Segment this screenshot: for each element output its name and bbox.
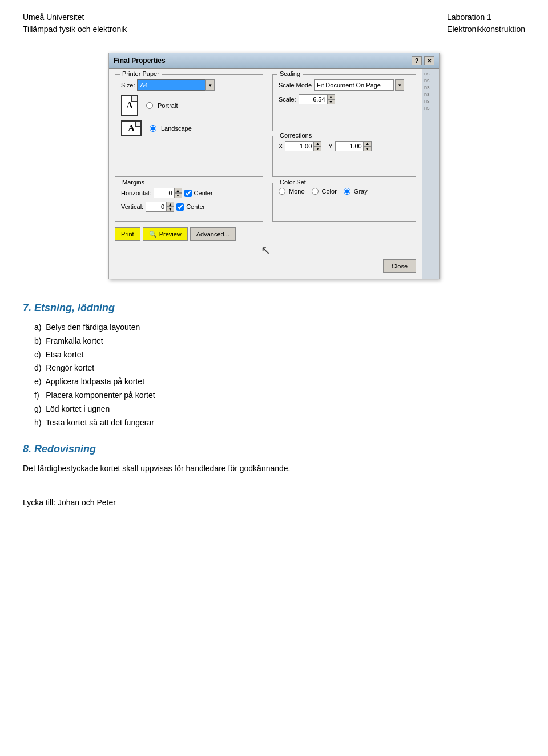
preview-icon: 🔍 bbox=[149, 231, 157, 238]
scale-mode-value[interactable]: Fit Document On Page bbox=[314, 79, 394, 91]
dialog-titlebar: Final Properties ? ✕ bbox=[109, 53, 439, 69]
list-item-e: e) Applicera lödpasta på kortet bbox=[34, 375, 525, 389]
horizontal-label: Horizontal: bbox=[121, 190, 151, 196]
university-name: Umeå Universitet bbox=[23, 11, 127, 23]
scale-up-button[interactable]: ▲ bbox=[327, 94, 335, 99]
preview-button[interactable]: 🔍 Preview bbox=[143, 227, 188, 241]
y-down-button[interactable]: ▼ bbox=[364, 146, 372, 151]
section-8-heading: 8. Redovisning bbox=[23, 443, 525, 455]
advanced-button[interactable]: Advanced... bbox=[190, 227, 236, 241]
dialog-title: Final Properties bbox=[114, 57, 166, 65]
colorset-legend: Color Set bbox=[277, 179, 308, 186]
x-input[interactable]: 1.00 bbox=[285, 141, 313, 151]
item-f-text: Placera komponenter på kortet bbox=[46, 391, 155, 400]
landscape-label: Landscape bbox=[161, 125, 192, 132]
item-a-letter: a) bbox=[34, 323, 46, 332]
vertical-down-button[interactable]: ▼ bbox=[166, 207, 174, 212]
dialog-main-content: Printer Paper Size: A4 ▾ A bbox=[109, 69, 422, 279]
vertical-label: Vertical: bbox=[121, 203, 143, 210]
color-radio-item: Color bbox=[312, 188, 337, 195]
item-c-text: Etsa kortet bbox=[45, 350, 83, 359]
item-d-text: Rengör kortet bbox=[46, 363, 94, 372]
landscape-radio[interactable] bbox=[150, 125, 156, 132]
list-item-h: h) Testa kortet så att det fungerar bbox=[34, 416, 525, 430]
dialog-right-stripe: ns ns ns ns ns ns bbox=[422, 69, 439, 279]
margins-group: Margins Horizontal: 0 ▲ ▼ bbox=[115, 183, 263, 222]
item-c-letter: c) bbox=[34, 350, 45, 359]
course-name: Tillämpad fysik och elektronik bbox=[23, 23, 127, 35]
close-button[interactable]: Close bbox=[383, 259, 416, 273]
dialog-inner: Printer Paper Size: A4 ▾ A bbox=[109, 69, 439, 279]
help-button[interactable]: ? bbox=[412, 56, 422, 65]
vertical-input[interactable]: 0 bbox=[146, 202, 166, 212]
scale-mode-dropdown-arrow[interactable]: ▾ bbox=[395, 79, 404, 91]
horizontal-up-button[interactable]: ▲ bbox=[174, 188, 182, 193]
item-e-letter: e) bbox=[34, 377, 45, 386]
item-e-text: Applicera lödpasta på kortet bbox=[45, 377, 144, 386]
item-d-letter: d) bbox=[34, 363, 46, 372]
dialog-close-x-button[interactable]: ✕ bbox=[424, 56, 434, 65]
scale-row: Scale: 6.54 ▲ ▼ bbox=[279, 94, 410, 104]
horizontal-center-check[interactable] bbox=[184, 190, 192, 197]
vertical-spinbox-buttons: ▲ ▼ bbox=[166, 202, 174, 212]
section-7-list: a) Belys den färdiga layouten b) Framkal… bbox=[23, 321, 525, 429]
print-button[interactable]: Print bbox=[115, 227, 140, 241]
list-item-f: f) Placera komponenter på kortet bbox=[34, 389, 525, 403]
section-8: 8. Redovisning Det färdigbestyckade kort… bbox=[23, 443, 525, 474]
y-up-button[interactable]: ▲ bbox=[364, 141, 372, 146]
color-radio[interactable] bbox=[312, 188, 319, 195]
scale-input[interactable]: 6.54 bbox=[299, 94, 327, 104]
x-up-button[interactable]: ▲ bbox=[313, 141, 321, 146]
stripe-5: ns bbox=[424, 98, 437, 104]
colorset-row: Mono Color Gray bbox=[279, 188, 410, 195]
portrait-radio[interactable] bbox=[146, 102, 153, 109]
horizontal-down-button[interactable]: ▼ bbox=[174, 193, 182, 198]
list-item-b: b) Framkalla kortet bbox=[34, 335, 525, 348]
portrait-icon: A bbox=[121, 95, 138, 116]
header-right: Laboration 1 Elektronikkonstruktion bbox=[447, 11, 525, 35]
scaling-area: Scaling Scale Mode Fit Document On Page … bbox=[272, 74, 416, 177]
portrait-row: A Portrait bbox=[121, 95, 257, 116]
margins-legend: Margins bbox=[120, 179, 147, 186]
horizontal-center-label: Center bbox=[194, 190, 213, 196]
top-row: Printer Paper Size: A4 ▾ A bbox=[115, 74, 416, 177]
dialog-controls: ? ✕ bbox=[412, 56, 434, 65]
stripe-6: ns bbox=[424, 105, 437, 111]
stripe-2: ns bbox=[424, 78, 437, 83]
list-item-a: a) Belys den färdiga layouten bbox=[34, 321, 525, 335]
page-header: Umeå Universitet Tillämpad fysik och ele… bbox=[23, 11, 525, 35]
item-f-letter: f) bbox=[34, 391, 46, 400]
horizontal-spinbox-buttons: ▲ ▼ bbox=[174, 188, 182, 198]
x-down-button[interactable]: ▼ bbox=[313, 146, 321, 151]
printer-paper-legend: Printer Paper bbox=[120, 70, 162, 77]
close-row: Close bbox=[115, 259, 416, 273]
horizontal-row: Horizontal: 0 ▲ ▼ Center bbox=[121, 188, 257, 198]
mono-radio-item: Mono bbox=[279, 188, 305, 195]
portrait-label: Portrait bbox=[158, 102, 178, 109]
item-b-letter: b) bbox=[34, 336, 46, 345]
stripe-1: ns bbox=[424, 71, 437, 77]
item-g-text: Löd kortet i ugnen bbox=[46, 404, 110, 413]
vertical-center-check[interactable] bbox=[176, 203, 184, 211]
horizontal-input[interactable]: 0 bbox=[154, 188, 174, 198]
x-spinbox: 1.00 ▲ ▼ bbox=[285, 141, 321, 151]
scale-mode-row: Scale Mode Fit Document On Page ▾ bbox=[279, 79, 410, 91]
cursor-icon: ↖ bbox=[261, 244, 271, 256]
color-label: Color bbox=[322, 188, 337, 195]
size-select[interactable]: A4 bbox=[137, 79, 206, 91]
mono-radio[interactable] bbox=[279, 188, 285, 195]
size-dropdown-arrow[interactable]: ▾ bbox=[206, 79, 215, 91]
final-properties-dialog[interactable]: Final Properties ? ✕ Printer Paper Size: bbox=[108, 53, 440, 279]
vertical-up-button[interactable]: ▲ bbox=[166, 202, 174, 207]
gray-radio[interactable] bbox=[344, 188, 350, 195]
y-input[interactable]: 1.00 bbox=[335, 141, 364, 151]
preview-label: Preview bbox=[159, 231, 182, 238]
scale-mode-label: Scale Mode bbox=[279, 82, 312, 89]
size-label: Size: bbox=[121, 82, 135, 89]
scale-label: Scale: bbox=[279, 96, 296, 103]
scale-down-button[interactable]: ▼ bbox=[327, 99, 335, 104]
item-g-letter: g) bbox=[34, 404, 46, 413]
size-row: Size: A4 ▾ bbox=[121, 79, 257, 91]
mono-label: Mono bbox=[289, 188, 305, 195]
x-spinbox-buttons: ▲ ▼ bbox=[313, 141, 321, 151]
